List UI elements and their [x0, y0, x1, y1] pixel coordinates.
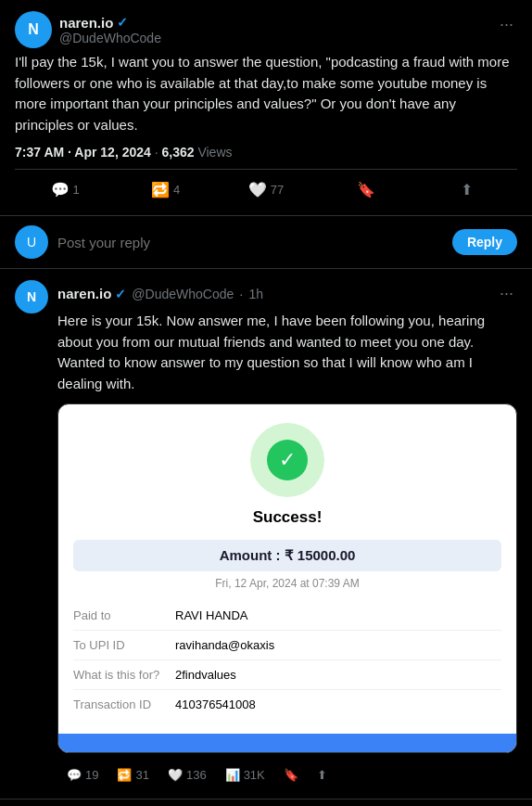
reply-input[interactable] [57, 235, 443, 250]
username[interactable]: @DudeWhoCode [59, 31, 161, 45]
reply-time-1: 1h [248, 287, 263, 301]
display-name: naren.io ✓ [59, 15, 161, 31]
main-tweet: N naren.io ✓ @DudeWhoCode ··· I'll pay t… [0, 0, 532, 216]
reply-tweet-2: N naren.io ✓ @DudeWhoCode · 1h ··· I don… [0, 800, 532, 806]
reply-bookmark-icon-1: 🔖 [284, 768, 298, 782]
reply-text-1: Here is your 15k. Now answer me, I have … [57, 311, 517, 394]
reply-avatar-1: N [15, 280, 48, 313]
reply-button[interactable]: Reply [452, 229, 517, 255]
reply-views-icon-1: 📊 [225, 768, 240, 782]
reply-reply-action-1[interactable]: 💬 19 [57, 762, 108, 787]
author-info: N naren.io ✓ @DudeWhoCode [15, 11, 161, 48]
reply-dot-1: · [239, 286, 243, 301]
user-info: naren.io ✓ @DudeWhoCode [59, 15, 161, 45]
reply-share-action-1[interactable]: ⬆ [308, 762, 336, 787]
paid-to-value: RAVI HANDA [175, 608, 248, 622]
purpose-row: What is this for? 2findvalues [73, 660, 501, 690]
retweet-icon: 🔁 [151, 181, 170, 198]
tweet-meta: 7:37 AM · Apr 12, 2024 · 6,362 Views [15, 145, 517, 160]
reply-user-line-1: naren.io ✓ @DudeWhoCode · 1h ··· [57, 280, 517, 307]
share-icon: ⬆ [461, 181, 473, 198]
success-circle: ✓ [250, 423, 324, 497]
purpose-value: 2findvalues [175, 668, 236, 682]
bookmark-icon: 🔖 [357, 181, 375, 198]
reply-retweet-icon-1: 🔁 [117, 768, 132, 782]
reply-display-name-1: naren.io ✓ [57, 286, 126, 301]
like-action[interactable]: 🤍 77 [216, 175, 316, 204]
tweet-header: N naren.io ✓ @DudeWhoCode ··· [15, 11, 517, 48]
txn-value: 410376541008 [175, 697, 256, 711]
card-footer-button[interactable] [58, 734, 516, 752]
reply-tweet-1: N naren.io ✓ @DudeWhoCode · 1h ··· Here … [0, 269, 532, 800]
purpose-label: What is this for? [73, 668, 175, 682]
reply-action[interactable]: 💬 1 [15, 175, 115, 204]
upi-row: To UPI ID ravihanda@okaxis [73, 631, 501, 660]
reply-like-action-1[interactable]: 🤍 136 [158, 762, 216, 787]
reply-bookmark-action-1[interactable]: 🔖 [274, 762, 308, 787]
heart-icon: 🤍 [248, 181, 267, 198]
reply-box: U Reply [0, 216, 532, 269]
reply-content-1: naren.io ✓ @DudeWhoCode · 1h ··· Here is… [57, 280, 517, 787]
reply-with-avatar: N naren.io ✓ @DudeWhoCode · 1h ··· Here … [15, 280, 517, 787]
upi-label: To UPI ID [73, 638, 175, 652]
reply-username-1[interactable]: @DudeWhoCode [132, 287, 234, 301]
txn-row: Transaction ID 410376541008 [73, 690, 501, 719]
share-action[interactable]: ⬆ [417, 175, 517, 204]
reply-actions-1: 💬 19 🔁 31 🤍 136 📊 31K 🔖 [57, 762, 517, 787]
reply-retweet-action-1[interactable]: 🔁 31 [108, 762, 158, 787]
reply-heart-icon-1: 🤍 [168, 768, 183, 782]
payment-card: ✓ Success! Amount : ₹ 15000.00 Fri, 12 A… [57, 403, 517, 753]
payment-card-inner: ✓ Success! Amount : ₹ 15000.00 Fri, 12 A… [58, 404, 516, 734]
retweet-action[interactable]: 🔁 4 [115, 175, 215, 204]
reply-share-icon-1: ⬆ [317, 768, 327, 782]
paid-to-row: Paid to RAVI HANDA [73, 601, 501, 631]
avatar: N [15, 11, 52, 48]
more-options-icon[interactable]: ··· [496, 11, 517, 38]
success-text: Success! [73, 508, 501, 527]
success-check-icon: ✓ [267, 440, 308, 480]
reply-reply-icon-1: 💬 [67, 768, 82, 782]
amount-row: Amount : ₹ 15000.00 [73, 540, 501, 571]
reply-avatar: U [15, 225, 48, 259]
bookmark-action[interactable]: 🔖 [316, 175, 416, 204]
tweet-text: I'll pay the 15k, I want you to answer t… [15, 52, 517, 135]
verified-icon: ✓ [117, 15, 128, 30]
reply-more-icon-1[interactable]: ··· [496, 280, 517, 307]
txn-label: Transaction ID [73, 697, 175, 711]
reply-icon: 💬 [51, 181, 70, 198]
reply-verified-icon-1: ✓ [115, 287, 126, 301]
tweet-actions: 💬 1 🔁 4 🤍 77 🔖 ⬆ [15, 169, 517, 204]
date-row: Fri, 12 Apr, 2024 at 07:39 AM [73, 577, 501, 590]
paid-to-label: Paid to [73, 608, 175, 622]
upi-value: ravihanda@okaxis [175, 638, 274, 652]
reply-views-action-1[interactable]: 📊 31K [216, 762, 274, 787]
